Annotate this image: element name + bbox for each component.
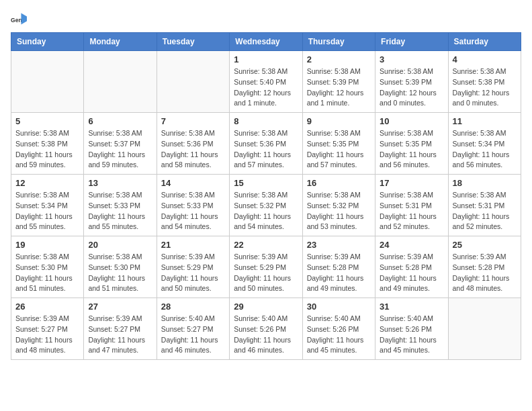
- calendar-day-cell: [11, 51, 84, 113]
- calendar-day-cell: 28Sunrise: 5:40 AM Sunset: 5:27 PM Dayli…: [157, 298, 229, 360]
- day-info: Sunrise: 5:39 AM Sunset: 5:28 PM Dayligh…: [380, 252, 443, 294]
- day-number: 27: [88, 302, 152, 312]
- day-info: Sunrise: 5:39 AM Sunset: 5:28 PM Dayligh…: [307, 252, 371, 294]
- day-info: Sunrise: 5:38 AM Sunset: 5:34 PM Dayligh…: [15, 190, 79, 232]
- day-number: 9: [307, 116, 371, 126]
- logo: Gen: [11, 11, 30, 27]
- day-info: Sunrise: 5:39 AM Sunset: 5:28 PM Dayligh…: [453, 252, 517, 294]
- day-number: 8: [234, 116, 298, 126]
- calendar-day-cell: 22Sunrise: 5:39 AM Sunset: 5:29 PM Dayli…: [230, 236, 302, 298]
- calendar-day-cell: 10Sunrise: 5:38 AM Sunset: 5:35 PM Dayli…: [375, 113, 448, 175]
- day-number: 28: [161, 302, 225, 312]
- day-number: 18: [453, 178, 517, 188]
- svg-marker-1: [21, 13, 27, 24]
- calendar-day-cell: 2Sunrise: 5:38 AM Sunset: 5:39 PM Daylig…: [302, 51, 375, 113]
- calendar-day-cell: 23Sunrise: 5:39 AM Sunset: 5:28 PM Dayli…: [302, 236, 375, 298]
- day-number: 13: [88, 178, 152, 188]
- day-number: 31: [380, 302, 443, 312]
- calendar-day-cell: 3Sunrise: 5:38 AM Sunset: 5:39 PM Daylig…: [375, 51, 448, 113]
- day-info: Sunrise: 5:38 AM Sunset: 5:31 PM Dayligh…: [380, 190, 443, 232]
- calendar-day-cell: 14Sunrise: 5:38 AM Sunset: 5:33 PM Dayli…: [157, 175, 229, 236]
- day-info: Sunrise: 5:38 AM Sunset: 5:30 PM Dayligh…: [15, 252, 79, 294]
- day-number: 5: [15, 116, 79, 126]
- calendar-header-monday: Monday: [84, 33, 157, 51]
- calendar-day-cell: 11Sunrise: 5:38 AM Sunset: 5:34 PM Dayli…: [448, 113, 521, 175]
- calendar-header-thursday: Thursday: [302, 33, 375, 51]
- day-number: 26: [15, 302, 79, 312]
- calendar-day-cell: 24Sunrise: 5:39 AM Sunset: 5:28 PM Dayli…: [375, 236, 448, 298]
- calendar-day-cell: 31Sunrise: 5:40 AM Sunset: 5:26 PM Dayli…: [375, 298, 448, 360]
- calendar-day-cell: 4Sunrise: 5:38 AM Sunset: 5:38 PM Daylig…: [448, 51, 521, 113]
- calendar-day-cell: 1Sunrise: 5:38 AM Sunset: 5:40 PM Daylig…: [230, 51, 302, 113]
- day-number: 29: [234, 302, 298, 312]
- day-info: Sunrise: 5:38 AM Sunset: 5:37 PM Dayligh…: [88, 128, 152, 171]
- day-number: 6: [88, 116, 152, 126]
- calendar-header-sunday: Sunday: [11, 33, 84, 51]
- day-info: Sunrise: 5:38 AM Sunset: 5:33 PM Dayligh…: [161, 190, 225, 232]
- day-number: 12: [15, 178, 79, 188]
- day-info: Sunrise: 5:38 AM Sunset: 5:39 PM Dayligh…: [380, 66, 443, 109]
- day-number: 10: [380, 116, 443, 126]
- day-info: Sunrise: 5:38 AM Sunset: 5:38 PM Dayligh…: [15, 128, 79, 171]
- calendar-day-cell: 13Sunrise: 5:38 AM Sunset: 5:33 PM Dayli…: [84, 175, 157, 236]
- day-number: 14: [161, 178, 225, 188]
- calendar-day-cell: 27Sunrise: 5:39 AM Sunset: 5:27 PM Dayli…: [84, 298, 157, 360]
- calendar-week-row: 19Sunrise: 5:38 AM Sunset: 5:30 PM Dayli…: [11, 236, 521, 298]
- day-info: Sunrise: 5:40 AM Sunset: 5:26 PM Dayligh…: [380, 314, 443, 356]
- calendar-day-cell: 16Sunrise: 5:38 AM Sunset: 5:32 PM Dayli…: [302, 175, 375, 236]
- calendar-day-cell: 19Sunrise: 5:38 AM Sunset: 5:30 PM Dayli…: [11, 236, 84, 298]
- calendar-day-cell: 21Sunrise: 5:39 AM Sunset: 5:29 PM Dayli…: [157, 236, 229, 298]
- day-info: Sunrise: 5:38 AM Sunset: 5:36 PM Dayligh…: [161, 128, 225, 171]
- day-info: Sunrise: 5:38 AM Sunset: 5:31 PM Dayligh…: [453, 190, 517, 232]
- day-info: Sunrise: 5:39 AM Sunset: 5:27 PM Dayligh…: [15, 314, 79, 356]
- day-info: Sunrise: 5:38 AM Sunset: 5:40 PM Dayligh…: [234, 66, 298, 109]
- calendar-day-cell: [157, 51, 229, 113]
- day-info: Sunrise: 5:38 AM Sunset: 5:36 PM Dayligh…: [234, 128, 298, 171]
- day-number: 3: [380, 54, 443, 64]
- calendar-header-tuesday: Tuesday: [157, 33, 229, 51]
- calendar-day-cell: 15Sunrise: 5:38 AM Sunset: 5:32 PM Dayli…: [230, 175, 302, 236]
- calendar-day-cell: [84, 51, 157, 113]
- calendar-day-cell: 25Sunrise: 5:39 AM Sunset: 5:28 PM Dayli…: [448, 236, 521, 298]
- day-number: 24: [380, 240, 443, 250]
- calendar-week-row: 1Sunrise: 5:38 AM Sunset: 5:40 PM Daylig…: [11, 51, 521, 113]
- calendar-header-saturday: Saturday: [448, 33, 521, 51]
- logo-icon: Gen: [11, 11, 27, 27]
- calendar-day-cell: 9Sunrise: 5:38 AM Sunset: 5:35 PM Daylig…: [302, 113, 375, 175]
- calendar-header-friday: Friday: [375, 33, 448, 51]
- day-info: Sunrise: 5:38 AM Sunset: 5:32 PM Dayligh…: [234, 190, 298, 232]
- calendar-week-row: 12Sunrise: 5:38 AM Sunset: 5:34 PM Dayli…: [11, 175, 521, 236]
- day-number: 2: [307, 54, 371, 64]
- day-info: Sunrise: 5:40 AM Sunset: 5:27 PM Dayligh…: [161, 314, 225, 356]
- day-number: 20: [88, 240, 152, 250]
- day-number: 7: [161, 116, 225, 126]
- calendar-day-cell: [448, 298, 521, 360]
- calendar-day-cell: 5Sunrise: 5:38 AM Sunset: 5:38 PM Daylig…: [11, 113, 84, 175]
- svg-text:Gen: Gen: [11, 17, 22, 24]
- day-number: 11: [453, 116, 517, 126]
- day-info: Sunrise: 5:38 AM Sunset: 5:32 PM Dayligh…: [307, 190, 371, 232]
- calendar-header-wednesday: Wednesday: [230, 33, 302, 51]
- day-number: 17: [380, 178, 443, 188]
- calendar-day-cell: 30Sunrise: 5:40 AM Sunset: 5:26 PM Dayli…: [302, 298, 375, 360]
- day-number: 16: [307, 178, 371, 188]
- day-info: Sunrise: 5:38 AM Sunset: 5:38 PM Dayligh…: [453, 66, 517, 109]
- calendar-week-row: 26Sunrise: 5:39 AM Sunset: 5:27 PM Dayli…: [11, 298, 521, 360]
- day-number: 23: [307, 240, 371, 250]
- day-info: Sunrise: 5:38 AM Sunset: 5:30 PM Dayligh…: [88, 252, 152, 294]
- day-number: 1: [234, 54, 298, 64]
- day-info: Sunrise: 5:38 AM Sunset: 5:35 PM Dayligh…: [307, 128, 371, 171]
- calendar-day-cell: 12Sunrise: 5:38 AM Sunset: 5:34 PM Dayli…: [11, 175, 84, 236]
- calendar-day-cell: 18Sunrise: 5:38 AM Sunset: 5:31 PM Dayli…: [448, 175, 521, 236]
- day-number: 15: [234, 178, 298, 188]
- day-number: 25: [453, 240, 517, 250]
- calendar-day-cell: 26Sunrise: 5:39 AM Sunset: 5:27 PM Dayli…: [11, 298, 84, 360]
- calendar-day-cell: 17Sunrise: 5:38 AM Sunset: 5:31 PM Dayli…: [375, 175, 448, 236]
- day-number: 19: [15, 240, 79, 250]
- day-info: Sunrise: 5:40 AM Sunset: 5:26 PM Dayligh…: [307, 314, 371, 356]
- calendar-table: SundayMondayTuesdayWednesdayThursdayFrid…: [11, 32, 521, 360]
- day-number: 4: [453, 54, 517, 64]
- calendar-day-cell: 6Sunrise: 5:38 AM Sunset: 5:37 PM Daylig…: [84, 113, 157, 175]
- day-info: Sunrise: 5:39 AM Sunset: 5:29 PM Dayligh…: [234, 252, 298, 294]
- day-number: 22: [234, 240, 298, 250]
